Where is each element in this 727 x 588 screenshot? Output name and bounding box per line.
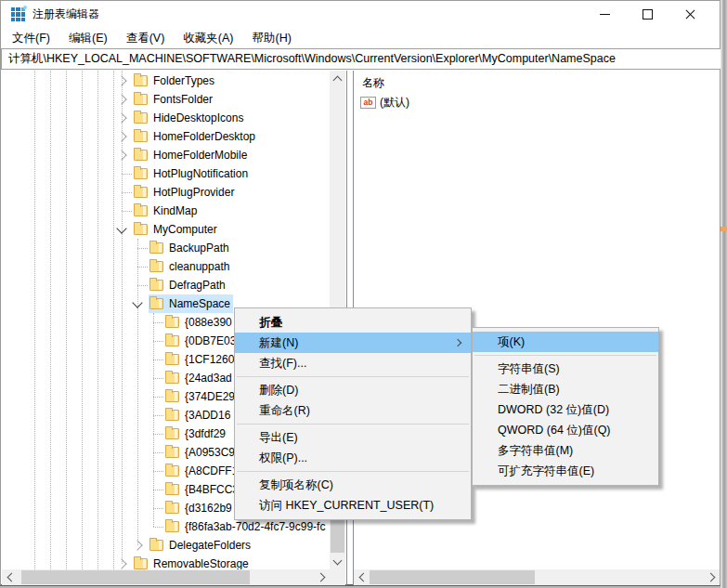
tree-item-content: HotPlugProvider (133, 183, 237, 202)
new-submenu-item-5[interactable]: QWORD (64 位)值(Q) (473, 420, 658, 440)
tree-connector (153, 490, 163, 490)
folder-icon (134, 187, 148, 198)
maximize-button[interactable] (626, 1, 669, 28)
tree-item-defragpath[interactable]: DefragPath (2, 276, 330, 294)
tree-item-cleanuppath[interactable]: cleanuppath (2, 257, 330, 276)
expand-arrow-icon[interactable] (116, 558, 126, 568)
minimize-button[interactable] (583, 1, 626, 28)
context-menu-item-10[interactable]: 复制项名称(C) (235, 475, 471, 495)
scroll-up-button[interactable] (330, 71, 345, 86)
folder-icon (165, 428, 179, 439)
tree-item-mycomputer[interactable]: MyComputer (2, 220, 330, 239)
tree-item-{f86fa3ab-70d2-4fc7-9c99-fc[interactable]: {f86fa3ab-70d2-4fc7-9c99-fc (2, 517, 330, 536)
expand-arrow-icon[interactable] (116, 75, 126, 85)
tree-item-kindmap[interactable]: KindMap (2, 202, 330, 220)
address-bar[interactable]: 计算机\HKEY_LOCAL_MACHINE\SOFTWARE\Microsof… (1, 48, 726, 70)
menubar-item-2[interactable]: 查看(V) (117, 28, 175, 48)
tree-connector (153, 471, 163, 472)
tree-item-label: BackupPath (169, 242, 229, 255)
tree-item-homefolderdesktop[interactable]: HomeFolderDesktop (2, 127, 330, 146)
tree-item-label: HotPlugNotification (153, 167, 248, 180)
minimize-icon (600, 14, 610, 15)
collapse-arrow-icon[interactable] (132, 297, 142, 307)
scrollbar-corner (330, 569, 345, 585)
folder-icon (165, 391, 179, 402)
tree-item-hotplugnotification[interactable]: HotPlugNotification (2, 164, 330, 183)
tree-item-label: HideDesktopIcons (153, 111, 243, 124)
folder-icon (165, 503, 179, 514)
tree-connector (153, 508, 163, 509)
tree-item-foldertypes[interactable]: FolderTypes (2, 72, 330, 90)
tree-item-label: DelegateFolders (169, 539, 251, 552)
tree-item-content: DefragPath (149, 276, 228, 294)
context-menu-item-8[interactable]: 权限(P)... (235, 448, 471, 468)
expand-arrow-icon[interactable] (116, 112, 126, 123)
tree-item-label: FolderTypes (153, 74, 214, 87)
context-menu-item-4[interactable]: 删除(D) (235, 380, 471, 400)
new-submenu-item-6[interactable]: 多字符串值(M) (473, 440, 658, 461)
window-controls (583, 1, 711, 28)
new-submenu-item-4[interactable]: DWORD (32 位)值(D) (473, 399, 658, 420)
folder-icon (165, 317, 179, 328)
menubar-item-0[interactable]: 文件(F) (3, 28, 59, 48)
scroll-right-button[interactable] (704, 569, 720, 585)
tree-item-content: {0DB7E03 (164, 332, 239, 350)
new-submenu-item-7[interactable]: 可扩充字符串值(E) (473, 461, 658, 481)
scroll-down-button[interactable] (330, 554, 345, 569)
close-button[interactable] (669, 1, 711, 28)
new-submenu-separator (474, 355, 656, 356)
folder-icon (149, 242, 163, 254)
tree-item-content: KindMap (133, 202, 200, 220)
expand-arrow-icon[interactable] (116, 131, 126, 141)
tree-item-backuppath[interactable]: BackupPath (2, 239, 330, 257)
tree-item-label: KindMap (153, 204, 197, 217)
context-menu-item-1[interactable]: 新建(N) (235, 333, 471, 353)
scroll-left-button[interactable] (2, 569, 18, 585)
context-menu-item-0[interactable]: 折叠 (235, 312, 471, 333)
horizontal-scrollbar-thumb[interactable] (370, 570, 535, 584)
tree-item-content: {A0953C9 (164, 443, 238, 462)
menubar-item-4[interactable]: 帮助(H) (242, 28, 300, 48)
folder-icon (149, 540, 163, 551)
context-menu: 折叠新建(N)查找(F)...删除(D)重命名(R)导出(E)权限(P)...复… (234, 307, 472, 520)
collapse-arrow-icon[interactable] (116, 223, 126, 233)
default-value-row[interactable]: ab (默认) (360, 95, 409, 111)
tree-item-hotplugprovider[interactable]: HotPlugProvider (2, 183, 330, 202)
context-menu-item-7[interactable]: 导出(E) (235, 427, 471, 448)
menubar-item-3[interactable]: 收藏夹(A) (174, 28, 242, 48)
tree-item-delegatefolders[interactable]: DelegateFolders (2, 536, 330, 555)
tree-item-content: HomeFolderMobile (133, 146, 250, 164)
folder-icon (134, 131, 148, 142)
context-menu-item-11[interactable]: 访问 HKEY_CURRENT_USER(T) (235, 495, 471, 516)
chevron-left-icon (6, 573, 16, 582)
tree-item-label: HomeFolderMobile (153, 149, 247, 162)
expand-arrow-icon[interactable] (116, 150, 126, 160)
expand-arrow-icon[interactable] (116, 94, 126, 104)
tree-item-homefoldermobile[interactable]: HomeFolderMobile (2, 146, 330, 164)
folder-icon (134, 112, 148, 124)
tree-connector (122, 174, 132, 175)
folder-icon (165, 410, 179, 421)
tree-horizontal-scrollbar[interactable] (2, 569, 330, 585)
horizontal-scrollbar-thumb[interactable] (21, 570, 250, 584)
tree-item-fontsfolder[interactable]: FontsFolder (2, 90, 330, 109)
tree-item-content: NameSpace (149, 294, 233, 313)
tree-item-content: {374DE29 (164, 387, 238, 406)
tree-item-label: FontsFolder (153, 93, 213, 106)
string-value-icon: ab (360, 97, 376, 109)
values-horizontal-scrollbar[interactable] (354, 569, 720, 585)
new-submenu-item-0[interactable]: 项(K) (473, 332, 658, 352)
tree-item-content: {A8CDFF1 (164, 462, 240, 480)
tree-item-content: DelegateFolders (149, 536, 253, 555)
context-menu-item-5[interactable]: 重命名(R) (235, 400, 471, 421)
expand-arrow-icon[interactable] (132, 540, 142, 550)
tree-item-hidedesktopicons[interactable]: HideDesktopIcons (2, 109, 330, 127)
new-submenu-item-3[interactable]: 二进制值(B) (473, 379, 658, 399)
tree-item-label: {088e390 (185, 316, 232, 329)
context-menu-item-2[interactable]: 查找(F)... (235, 353, 471, 373)
menubar-item-1[interactable]: 编辑(E) (59, 28, 117, 48)
tree-item-removablestorage[interactable]: RemovableStorage (2, 555, 330, 569)
scroll-left-button[interactable] (354, 569, 370, 585)
scroll-right-button[interactable] (314, 569, 330, 585)
new-submenu-item-2[interactable]: 字符串值(S) (473, 359, 658, 379)
